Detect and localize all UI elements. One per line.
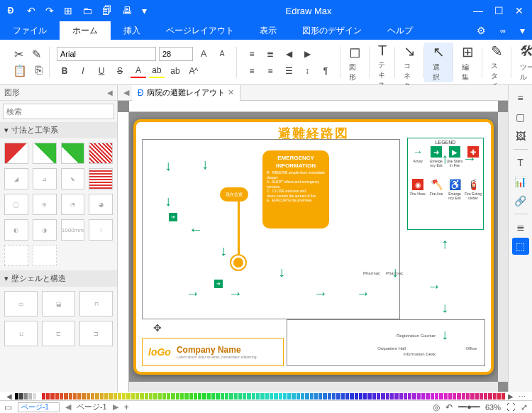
- fullscreen-button[interactable]: ⤢: [521, 402, 528, 412]
- color-swatch[interactable]: [475, 393, 479, 400]
- color-swatch[interactable]: [91, 393, 94, 400]
- highlight-button[interactable]: ab: [149, 64, 165, 78]
- color-swatch[interactable]: [287, 393, 291, 400]
- color-swatch[interactable]: [122, 393, 126, 400]
- color-swatch[interactable]: [497, 393, 501, 400]
- paragraph-mark-button[interactable]: ¶: [318, 64, 333, 78]
- color-swatch[interactable]: [158, 393, 162, 400]
- menu-view[interactable]: 表示: [247, 21, 289, 40]
- color-swatch[interactable]: [252, 393, 255, 400]
- shape-thumb[interactable]: [4, 143, 28, 164]
- shape-thumb[interactable]: ⬊: [61, 168, 85, 189]
- color-swatch[interactable]: [82, 393, 85, 400]
- shape-thumb[interactable]: [89, 143, 113, 164]
- color-swatch[interactable]: [198, 393, 201, 400]
- edit-group[interactable]: ⊞編集: [453, 43, 482, 82]
- color-swatch[interactable]: [377, 393, 380, 400]
- color-swatch[interactable]: [470, 393, 474, 400]
- color-swatch[interactable]: [234, 393, 238, 400]
- color-swatch[interactable]: [488, 393, 492, 400]
- color-swatch[interactable]: [131, 393, 135, 400]
- shape-thumb[interactable]: ⊓: [79, 291, 113, 316]
- color-swatch[interactable]: [421, 393, 425, 400]
- page-select[interactable]: ページ-1: [18, 402, 60, 412]
- color-swatch[interactable]: [113, 393, 117, 400]
- shape-thumb[interactable]: [4, 245, 28, 266]
- shape-thumb[interactable]: ◢: [4, 168, 28, 189]
- color-swatch[interactable]: [435, 393, 438, 400]
- color-swatch[interactable]: [15, 393, 18, 400]
- add-page-button[interactable]: +: [124, 402, 129, 412]
- shape-thumb[interactable]: ⊿: [33, 168, 57, 189]
- drawing-page[interactable]: 避難経路図 LEGEND →Arrow➜Emerge ncy Exit▶Use …: [133, 119, 494, 375]
- color-swatch[interactable]: [167, 393, 170, 400]
- shape-thumb[interactable]: ↕: [89, 219, 113, 241]
- color-swatch[interactable]: [301, 393, 304, 400]
- color-swatch[interactable]: [292, 393, 295, 400]
- color-swatch[interactable]: [180, 393, 184, 400]
- color-swatch[interactable]: [323, 393, 326, 400]
- color-swatch[interactable]: [359, 393, 362, 400]
- shape-thumb[interactable]: ⬓: [42, 291, 75, 316]
- zoom-slider[interactable]: ━━●━━: [458, 402, 480, 412]
- shape-thumb[interactable]: [33, 143, 57, 164]
- text-tool[interactable]: Tテキスト: [370, 43, 395, 82]
- color-swatch[interactable]: [274, 393, 277, 400]
- text-ab-button[interactable]: ab: [167, 64, 183, 78]
- color-swatch[interactable]: [42, 393, 45, 400]
- shape-thumb[interactable]: ◐: [4, 219, 28, 241]
- color-swatch[interactable]: [318, 393, 322, 400]
- color-swatch[interactable]: [336, 393, 340, 400]
- shape-search-input[interactable]: [3, 104, 114, 119]
- menu-home[interactable]: ホーム: [60, 21, 111, 40]
- align-center-button[interactable]: ≡: [262, 64, 278, 78]
- page-width-icon[interactable]: ▭: [4, 402, 12, 412]
- color-swatch[interactable]: [314, 393, 318, 400]
- swatch-nav-right[interactable]: ▶: [506, 392, 516, 400]
- color-swatch[interactable]: [431, 393, 434, 400]
- shape-thumb[interactable]: ◑: [33, 219, 57, 241]
- align-left-button[interactable]: ≡: [244, 64, 260, 78]
- menu-insert[interactable]: 挿入: [111, 21, 153, 40]
- color-swatch[interactable]: [386, 393, 389, 400]
- color-swatch[interactable]: [194, 393, 197, 400]
- color-swatch[interactable]: [140, 393, 143, 400]
- qat-more[interactable]: ▾: [142, 5, 147, 16]
- color-swatch[interactable]: [297, 393, 300, 400]
- document-tab[interactable]: Ð 病院の避難レイアウト ✕: [132, 85, 240, 101]
- tab-close-button[interactable]: ✕: [228, 88, 234, 97]
- color-swatch[interactable]: [453, 393, 456, 400]
- right-tool-5[interactable]: 🔗: [512, 192, 529, 209]
- outdent-button[interactable]: ◀: [281, 47, 297, 61]
- color-swatch[interactable]: [270, 393, 273, 400]
- color-swatch[interactable]: [171, 393, 174, 400]
- close-button[interactable]: ✕: [515, 5, 523, 16]
- font-size-select[interactable]: 28: [159, 47, 193, 61]
- new-button[interactable]: ⊞: [64, 5, 72, 16]
- color-swatch[interactable]: [444, 393, 448, 400]
- menu-page-layout[interactable]: ページレイアウト: [153, 21, 247, 40]
- right-tool-4[interactable]: 📊: [512, 173, 529, 190]
- color-swatch[interactable]: [104, 393, 108, 400]
- shapes-panel-expand-icon[interactable]: ◀: [107, 89, 113, 97]
- color-swatch[interactable]: [69, 393, 72, 400]
- numbering-button[interactable]: ≣: [262, 47, 278, 61]
- right-tool-0[interactable]: ≡: [512, 89, 529, 106]
- right-tool-7[interactable]: ⬚: [512, 238, 529, 255]
- color-swatch[interactable]: [221, 393, 224, 400]
- color-swatch[interactable]: [355, 393, 358, 400]
- shape-thumb[interactable]: 1000mm: [61, 219, 85, 241]
- color-swatch[interactable]: [225, 393, 228, 400]
- color-swatch[interactable]: [457, 393, 460, 400]
- align-right-button[interactable]: ☰: [281, 64, 297, 78]
- shape-thumb[interactable]: ◕: [89, 194, 113, 215]
- minimize-button[interactable]: —: [473, 5, 483, 16]
- target-icon[interactable]: ◎: [433, 402, 440, 412]
- color-swatch[interactable]: [118, 393, 121, 400]
- color-swatch[interactable]: [363, 393, 367, 400]
- change-case-button[interactable]: Aᴬ: [186, 64, 201, 78]
- shape-tool[interactable]: ◻図形: [340, 43, 370, 82]
- shape-thumb[interactable]: ◯: [4, 194, 28, 215]
- right-tool-2[interactable]: 🖼: [512, 128, 529, 145]
- color-swatch[interactable]: [153, 393, 157, 400]
